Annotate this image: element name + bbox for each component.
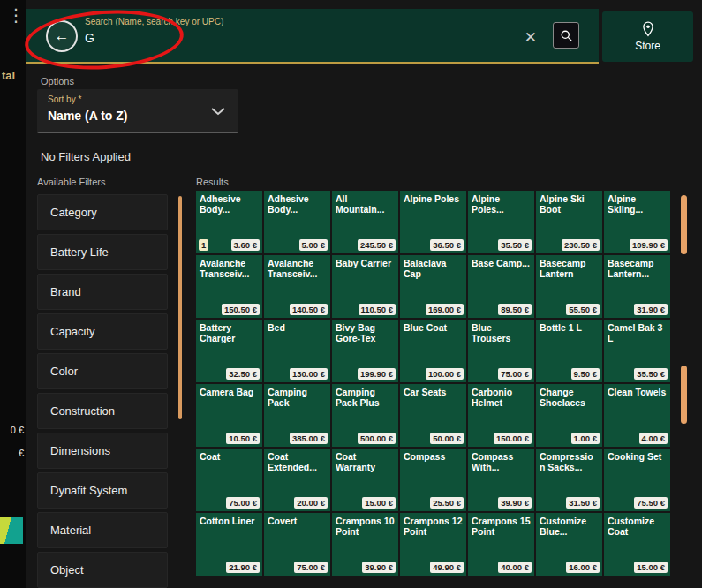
filter-button-dimensions[interactable]: Dimensions xyxy=(37,433,168,469)
product-name: Basecamp Lantern xyxy=(540,258,599,280)
filters-list: CategoryBattery LifeBrandCapacityColorCo… xyxy=(37,194,168,588)
product-name: Coat Warranty xyxy=(336,451,395,473)
results-label: Results xyxy=(196,177,229,187)
store-button[interactable]: Store xyxy=(602,11,693,62)
product-price: 169.00 € xyxy=(426,304,464,315)
product-name: Carbonio Helmet xyxy=(472,387,531,409)
product-tile[interactable]: All Mountain...245.50 € xyxy=(332,191,398,253)
product-tile[interactable]: Crampons 15 Point40.00 € xyxy=(468,513,534,576)
product-tile[interactable]: Alpine Poles...35.50 € xyxy=(468,191,534,253)
product-tile[interactable]: Compression Sacks...31.50 € xyxy=(536,449,602,511)
product-tile[interactable]: Avalanche Transceiv...150.50 € xyxy=(196,255,262,318)
product-price: 16.00 € xyxy=(566,562,600,573)
product-name: Blue Trousers xyxy=(472,322,531,344)
product-tile[interactable]: Crampons 10 Point39.90 € xyxy=(332,513,398,576)
product-tile[interactable]: Bed130.00 € xyxy=(264,320,330,382)
product-price: 140.50 € xyxy=(290,304,328,315)
product-tile[interactable]: Basecamp Lantern55.50 € xyxy=(536,255,602,318)
product-tile[interactable]: Blue Coat100.00 € xyxy=(400,320,466,382)
product-tile[interactable]: Coat75.00 € xyxy=(196,449,262,511)
back-button[interactable]: ← xyxy=(46,20,78,52)
product-tile[interactable]: Alpine Skiing...109.90 € xyxy=(604,191,670,253)
product-name: Alpine Poles... xyxy=(472,193,531,215)
filter-button-color[interactable]: Color xyxy=(37,353,168,389)
product-tile[interactable]: Adhesive Body...5.00 € xyxy=(264,191,330,253)
product-tile[interactable]: Camera Bag10.50 € xyxy=(196,384,262,447)
product-price: 32.50 € xyxy=(226,368,260,380)
menu-dots-icon[interactable]: ⋮ xyxy=(7,4,25,26)
filter-button-material[interactable]: Material xyxy=(37,512,168,548)
product-tile[interactable]: Change Shoelaces1.00 € xyxy=(536,384,602,447)
results-scrollbar-thumb[interactable] xyxy=(681,195,687,254)
product-name: Bottle 1 L xyxy=(540,322,599,333)
product-name: Customize Coat xyxy=(608,516,667,538)
product-name: Basecamp Lantern... xyxy=(608,258,667,280)
product-price: 100.00 € xyxy=(426,368,464,380)
product-tile[interactable]: Baby Carrier110.50 € xyxy=(332,255,398,318)
pos-screen: ⋮ tal 0 € € ← Search (Name, search key o… xyxy=(0,0,702,588)
product-price: 15.00 € xyxy=(634,562,668,573)
product-tile[interactable]: Basecamp Lantern...31.90 € xyxy=(604,255,670,318)
rail-amount: 0 € xyxy=(0,425,24,435)
filter-button-battery-life[interactable]: Battery Life xyxy=(37,234,168,270)
product-price: 39.90 € xyxy=(362,562,396,573)
product-tile[interactable]: Balaclava Cap169.00 € xyxy=(400,255,466,318)
search-input[interactable] xyxy=(85,31,491,45)
product-name: Compass xyxy=(404,451,463,462)
product-name: Customize Blue... xyxy=(540,516,599,538)
product-name: Alpine Ski Boot xyxy=(540,193,599,215)
product-name: Avalanche Transceiv... xyxy=(268,258,327,280)
product-tile[interactable]: Carbonio Helmet150.00 € xyxy=(468,384,534,447)
product-tile[interactable]: Car Seats50.00 € xyxy=(400,384,466,447)
product-tile[interactable]: Crampons 12 Point49.90 € xyxy=(400,513,466,576)
product-tile[interactable]: Clean Towels4.00 € xyxy=(604,384,670,447)
product-tile[interactable]: Avalanche Transceiv...140.50 € xyxy=(264,255,330,318)
product-price: 1.00 € xyxy=(571,433,600,444)
product-tile[interactable]: Customize Blue...16.00 € xyxy=(536,513,602,576)
product-name: Cooking Set xyxy=(608,451,667,462)
filter-button-dynafit-system[interactable]: Dynafit System xyxy=(37,472,168,509)
product-tile[interactable]: Covert75.00 € xyxy=(264,513,330,576)
product-price: 31.50 € xyxy=(566,497,600,509)
product-price: 50.00 € xyxy=(430,433,464,444)
product-price: 21.90 € xyxy=(226,562,260,573)
product-tile[interactable]: Base Camp...89.50 € xyxy=(468,255,534,318)
product-tile[interactable]: Camel Bak 3 L35.50 € xyxy=(604,320,670,382)
product-tile[interactable]: Bivy Bag Gore-Tex199.90 € xyxy=(332,320,398,382)
product-tile[interactable]: Coat Extended...20.00 € xyxy=(264,449,330,511)
location-pin-icon xyxy=(642,21,654,37)
product-tile[interactable]: Camping Pack385.00 € xyxy=(264,384,330,447)
product-tile[interactable]: Camping Pack Plus500.00 € xyxy=(332,384,398,447)
product-tile[interactable]: Coat Warranty15.00 € xyxy=(332,449,398,511)
product-name: Blue Coat xyxy=(404,322,463,333)
product-tile[interactable]: Cooking Set75.50 € xyxy=(604,449,670,511)
product-name: Camera Bag xyxy=(200,387,259,397)
product-price: 75.00 € xyxy=(226,497,260,509)
product-tile[interactable]: Bottle 1 L9.50 € xyxy=(536,320,602,382)
filter-button-brand[interactable]: Brand xyxy=(37,274,168,310)
search-field-label: Search (Name, search key or UPC) xyxy=(85,17,491,26)
filters-scrollbar[interactable] xyxy=(178,196,182,419)
product-tile[interactable]: Compass With...39.90 € xyxy=(468,449,534,511)
sort-by-dropdown[interactable]: Sort by * Name (A to Z) xyxy=(37,89,238,133)
product-tile[interactable]: Compass25.50 € xyxy=(400,449,466,511)
product-tile[interactable]: Cotton Liner21.90 € xyxy=(196,513,262,576)
search-button[interactable] xyxy=(553,22,579,49)
left-rail: ⋮ tal 0 € € xyxy=(0,0,26,588)
filter-button-construction[interactable]: Construction xyxy=(37,393,168,429)
product-tile[interactable]: Alpine Ski Boot230.50 € xyxy=(536,191,602,253)
product-name: Alpine Poles xyxy=(404,193,463,204)
product-price: 36.50 € xyxy=(430,239,464,251)
product-tile[interactable]: Battery Charger32.50 € xyxy=(196,320,262,382)
product-name: Cotton Liner xyxy=(200,516,259,526)
filter-button-object[interactable]: Object xyxy=(37,552,168,588)
filter-button-capacity[interactable]: Capacity xyxy=(37,313,168,350)
product-tile[interactable]: Blue Trousers75.00 € xyxy=(468,320,534,382)
filter-button-category[interactable]: Category xyxy=(37,194,168,230)
product-tile[interactable]: Customize Coat15.00 € xyxy=(604,513,670,576)
product-tile[interactable]: Adhesive Body...3.60 €1 xyxy=(196,191,262,253)
clear-search-icon[interactable]: ✕ xyxy=(525,28,537,47)
product-tile[interactable]: Alpine Poles36.50 € xyxy=(400,191,466,253)
product-name: Crampons 15 Point xyxy=(472,516,531,538)
results-scrollbar-thumb[interactable] xyxy=(681,366,687,424)
